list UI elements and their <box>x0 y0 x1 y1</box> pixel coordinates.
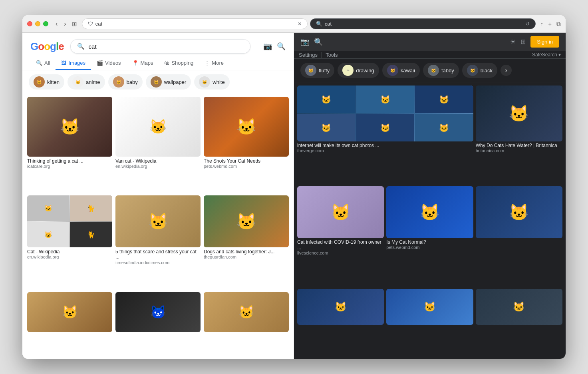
address-bar-right[interactable]: 🔍 cat ↺ <box>310 18 536 29</box>
dark-image-thumb-3: 🐱 <box>297 186 384 238</box>
sign-in-button[interactable]: Sign in <box>530 36 559 48</box>
chip-drawing[interactable]: ✏ drawing <box>338 63 379 78</box>
safe-search-label[interactable]: SafeSearch ▾ <box>532 52 561 58</box>
dark-image-thumb-5: 🐱 <box>476 186 562 238</box>
image-title-2: Van cat - Wikipedia <box>115 158 201 164</box>
image-grid-right: 🐱 🐱 🐱 🐱 🐱 🐱 internet will make its own c… <box>294 82 566 359</box>
maximize-button[interactable] <box>43 21 48 26</box>
tabs-icon[interactable]: ⧉ <box>556 20 561 28</box>
dark-image-card-3[interactable]: 🐱 Cat infected with COVID-19 from owner … <box>297 186 384 286</box>
tab-shopping-icon: 🛍 <box>164 60 169 66</box>
forward-button[interactable]: › <box>62 20 68 28</box>
search-box-right: 📷 🔍 <box>263 42 286 51</box>
dark-image-card-1[interactable]: 🐱 🐱 🐱 🐱 🐱 🐱 internet will make its own c… <box>297 86 473 184</box>
share-icon[interactable]: ↑ <box>540 20 544 27</box>
tab-maps[interactable]: 📍 Maps <box>127 57 159 70</box>
tab-all-icon: 🔍 <box>36 60 42 66</box>
dark-image-thumb-4: 🐱 <box>386 186 473 238</box>
image-card-9[interactable]: 🐱 <box>204 292 289 356</box>
dark-image-title-2: Why Do Cats Hate Water? | Britannica <box>476 143 562 148</box>
browser-body: Google 🔍 cat 📷 🔍 🔍 All <box>22 33 566 359</box>
traffic-lights <box>27 21 48 26</box>
tab-images[interactable]: 🖼 Images <box>56 57 91 70</box>
image-card-7[interactable]: 🐱 <box>27 292 112 356</box>
image-card-8[interactable]: 🐱 <box>115 292 201 356</box>
tab-more-label: More <box>212 60 224 66</box>
chip-kawaii[interactable]: 🐱 kawaii <box>382 63 420 78</box>
image-card-2[interactable]: 🐱 Van cat - Wikipedia en.wikipedia.org <box>115 97 201 192</box>
pane-right: 📷 🔍 ☀ ⊞ Sign in Settings | Tools SafeSea… <box>294 33 566 359</box>
search-submit-icon[interactable]: 🔍 <box>277 42 286 51</box>
image-card-3[interactable]: 🐱 The Shots Your Cat Needs pets.webmd.co… <box>204 97 289 192</box>
dark-image-card-4[interactable]: 🐱 Is My Cat Normal? pets.webmd.com <box>386 186 473 286</box>
chip-anime[interactable]: 🐱 anime <box>68 74 105 90</box>
tab-more[interactable]: ⋮ More <box>199 57 229 70</box>
chip-kawaii-label: kawaii <box>401 68 415 74</box>
image-card-4[interactable]: 🐱 🐈 🐱 🐈 Cat - Wikipedia en.wikipedia.org <box>27 195 112 288</box>
chips-next-button[interactable]: › <box>501 65 512 76</box>
dark-search-bar: 📷 🔍 ☀ ⊞ Sign in <box>294 33 566 51</box>
image-thumb-6: 🐱 <box>204 195 289 247</box>
chip-wallpaper[interactable]: 🐱 wallpaper <box>146 74 191 90</box>
address-text-right: cat <box>325 21 332 27</box>
image-thumb-2: 🐱 <box>115 97 201 157</box>
back-button[interactable]: ‹ <box>53 20 60 28</box>
tab-images-icon: 🖼 <box>61 60 66 66</box>
dark-image-card-6[interactable]: 🐱 <box>297 289 384 356</box>
new-tab-icon[interactable]: + <box>548 20 552 27</box>
tab-maps-label: Maps <box>141 60 153 66</box>
dark-image-card-5[interactable]: 🐱 <box>476 186 562 286</box>
chip-fluffy[interactable]: 🐱 fluffy <box>300 63 334 78</box>
search-box[interactable]: 🔍 cat <box>70 39 250 54</box>
image-card-6[interactable]: 🐱 Dogs and cats living together: J... th… <box>204 195 289 288</box>
image-grid-left: 🐱 Thinking of getting a cat ... icatcare… <box>22 94 294 359</box>
address-bar-left[interactable]: 🛡 cat ✕ <box>82 18 308 29</box>
tab-videos-label: Videos <box>105 60 121 66</box>
search-query-text: cat <box>89 43 97 50</box>
apps-icon[interactable]: ⊞ <box>520 38 526 46</box>
tab-maps-icon: 📍 <box>132 60 139 66</box>
refresh-icon[interactable]: ↺ <box>525 21 530 27</box>
chip-baby[interactable]: 🐱 baby <box>108 74 143 90</box>
settings-link[interactable]: Settings <box>299 52 318 58</box>
brightness-icon[interactable]: ☀ <box>510 38 516 46</box>
tools-link[interactable]: Tools <box>326 52 338 58</box>
close-button[interactable] <box>27 21 32 26</box>
chip-white[interactable]: 🐱 white <box>194 74 229 90</box>
image-card-1[interactable]: 🐱 Thinking of getting a cat ... icatcare… <box>27 97 112 192</box>
dark-image-title-3: Cat infected with COVID-19 from owner ..… <box>297 239 384 251</box>
dark-image-card-7[interactable]: 🐱 <box>386 289 473 356</box>
dark-image-card-2[interactable]: 🐱 Why Do Cats Hate Water? | Britannica b… <box>476 86 562 184</box>
dark-image-title-4: Is My Cat Normal? <box>386 239 473 245</box>
clear-icon[interactable]: ✕ <box>298 21 302 27</box>
minimize-button[interactable] <box>35 21 40 26</box>
dark-image-source-2: britannica.com <box>476 148 562 153</box>
tab-all[interactable]: 🔍 All <box>30 57 56 70</box>
chip-black[interactable]: 🐱 black <box>462 63 497 78</box>
dark-camera-icon[interactable]: 📷 <box>300 38 309 46</box>
tab-videos-icon: 🎬 <box>97 60 103 66</box>
dark-search-icon[interactable]: 🔍 <box>314 38 323 46</box>
tab-videos[interactable]: 🎬 Videos <box>91 57 127 70</box>
pane-left: Google 🔍 cat 📷 🔍 🔍 All <box>22 33 294 359</box>
image-thumb-1: 🐱 <box>27 97 112 157</box>
dark-image-card-8[interactable]: 🐱 <box>476 289 562 356</box>
dark-image-thumb-8: 🐱 <box>476 289 562 325</box>
google-header: Google 🔍 cat 📷 🔍 <box>22 33 294 54</box>
image-source-2: en.wikipedia.org <box>115 164 201 169</box>
dark-image-source-1: theverge.com <box>297 148 473 153</box>
chip-fluffy-label: fluffy <box>319 68 330 74</box>
chip-anime-label: anime <box>86 79 100 85</box>
chip-kitten[interactable]: 🐱 kitten <box>29 74 64 90</box>
image-card-5[interactable]: 🐱 5 things that scare and stress your ca… <box>115 195 201 288</box>
sidebar-toggle-icon[interactable]: ⊞ <box>72 20 77 27</box>
image-title-4: Cat - Wikipedia <box>27 249 112 255</box>
tab-shopping[interactable]: 🛍 Shopping <box>159 57 199 70</box>
image-source-3: pets.webmd.com <box>204 164 289 169</box>
camera-icon[interactable]: 📷 <box>263 42 272 51</box>
chip-tabby[interactable]: 🐱 tabby <box>423 63 459 78</box>
dark-image-thumb-1: 🐱 🐱 🐱 🐱 🐱 🐱 <box>297 86 473 141</box>
chip-tabby-label: tabby <box>441 68 454 74</box>
dark-image-source-3: livescience.com <box>297 251 384 255</box>
image-source-5: timesofindia.indiatimes.com <box>115 260 201 265</box>
